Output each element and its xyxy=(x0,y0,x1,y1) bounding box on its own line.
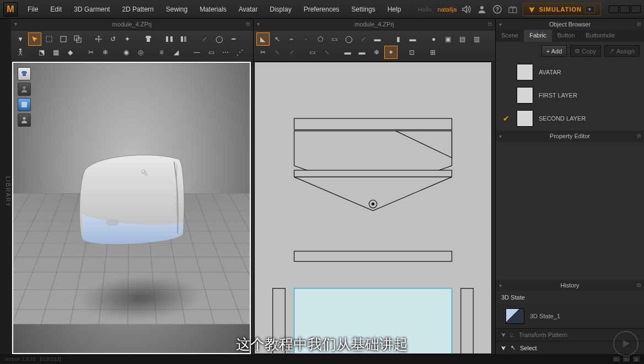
tab-menu-icon[interactable]: ▾ xyxy=(257,21,260,27)
steam-icon[interactable]: ❄ xyxy=(99,46,111,58)
menu-2d-pattern[interactable]: 2D Pattern xyxy=(116,2,159,17)
piping-icon[interactable]: ◢ xyxy=(170,46,182,58)
vp-render-style-icon[interactable] xyxy=(18,98,31,111)
menu-avatar[interactable]: Avatar xyxy=(233,2,263,17)
edit-texture-icon[interactable]: ⬔ xyxy=(35,46,47,58)
fabric-row[interactable]: ✔ SECOND LAYER xyxy=(501,110,638,127)
window-minimize-button[interactable] xyxy=(609,6,619,13)
select-mesh-icon[interactable] xyxy=(43,33,55,45)
panel-popout-icon[interactable]: ⧉ xyxy=(637,21,641,28)
menu-materials[interactable]: Materials xyxy=(194,2,232,17)
help-icon[interactable]: ? xyxy=(492,4,503,15)
tape-icon[interactable]: ━ xyxy=(227,33,239,45)
vp-garment-display-icon[interactable] xyxy=(18,67,31,80)
tab-button[interactable]: Button xyxy=(552,30,581,42)
view-split-button[interactable]: ▥ xyxy=(632,355,641,363)
panel-menu-icon[interactable]: ▾ xyxy=(499,21,502,28)
fabric-swatch[interactable] xyxy=(517,87,533,104)
buttonhole-tool-icon[interactable]: ◎ xyxy=(135,46,147,58)
avatar-walk-icon[interactable] xyxy=(14,46,26,58)
library-sidebar-tab[interactable]: LIBRARY xyxy=(0,19,11,354)
segment-topstitch-icon[interactable]: ⟍ xyxy=(321,46,333,58)
vp-avatar-display-icon[interactable] xyxy=(18,83,31,96)
menu-file[interactable]: File xyxy=(22,2,44,17)
graphic-icon[interactable]: ◆ xyxy=(64,46,76,58)
garment-3d[interactable] xyxy=(74,145,201,267)
edit-segment-icon[interactable]: ✂ xyxy=(85,46,97,58)
user-icon[interactable] xyxy=(476,4,487,15)
view-3d-button[interactable]: 3D xyxy=(622,355,631,363)
notch-icon[interactable]: ▣ xyxy=(442,33,454,45)
menu-help[interactable]: Help xyxy=(382,2,407,17)
window-maximize-button[interactable] xyxy=(620,6,630,13)
tab-fabric[interactable]: Fabric xyxy=(524,30,552,42)
edit-curve-icon[interactable]: ⌁ xyxy=(286,33,298,45)
simulation-dropdown-icon[interactable]: ▾ xyxy=(585,6,595,13)
pin-icon[interactable]: ✦ xyxy=(121,33,133,45)
edit-print-icon[interactable]: ▦ xyxy=(50,46,62,58)
viewport-2d[interactable] xyxy=(254,62,492,354)
tack-icon[interactable]: ⟋ xyxy=(198,33,211,45)
align-icon[interactable]: ⊡ xyxy=(406,46,418,58)
internal-line-icon[interactable]: ⟋ xyxy=(357,33,369,45)
symmetric-icon[interactable]: ▥ xyxy=(471,33,483,45)
sound-icon[interactable] xyxy=(461,4,472,15)
present-icon[interactable] xyxy=(507,4,518,15)
gizmo-rotate-icon[interactable]: ↺ xyxy=(107,33,119,45)
gizmo-move-icon[interactable] xyxy=(93,33,105,45)
tab-buttonhole[interactable]: Buttonhole xyxy=(581,30,621,42)
tuck-icon[interactable]: ▬ xyxy=(356,46,368,58)
arrangement-icon[interactable] xyxy=(163,33,175,45)
dart-icon[interactable]: ▬ xyxy=(372,33,384,45)
history-item[interactable]: 3D State_1 xyxy=(496,304,644,328)
annotation-icon[interactable]: ▤ xyxy=(457,33,469,45)
fabric-check-icon[interactable]: ✔ xyxy=(501,114,511,123)
seam-allowance-icon[interactable]: ● xyxy=(428,33,440,45)
rectangle-icon[interactable]: ▭ xyxy=(329,33,341,45)
panel-menu-icon[interactable]: ▾ xyxy=(499,133,502,139)
tab-popout-icon[interactable]: ⧉ xyxy=(246,21,250,28)
flatten-icon[interactable]: ▭ xyxy=(205,46,217,58)
viewport-2d-tab[interactable]: ▾ module_4.ZPrj ⧉ xyxy=(253,19,496,30)
simulation-button[interactable]: ⮟ SIMULATION ▾ xyxy=(523,3,601,16)
app-logo[interactable]: M xyxy=(3,2,18,17)
button-tool-icon[interactable]: ◉ xyxy=(120,46,132,58)
seam-icon[interactable]: ⋰ xyxy=(234,46,246,58)
view-2d-button[interactable]: 2D xyxy=(612,355,621,363)
menu-preferences[interactable]: Preferences xyxy=(298,2,345,17)
tab-scene[interactable]: Scene xyxy=(496,30,524,42)
ellipse-icon[interactable]: ◯ xyxy=(343,33,355,45)
edit-line-icon[interactable]: — xyxy=(191,46,203,58)
topstitch-icon[interactable]: ⋯ xyxy=(219,46,232,58)
zipper-icon[interactable]: ≡ xyxy=(155,46,168,58)
select-move-icon[interactable] xyxy=(29,33,41,45)
panel-popout-icon[interactable]: ⧉ xyxy=(637,133,641,139)
edit-topstitch-icon[interactable]: ▭ xyxy=(307,46,319,58)
grading-icon[interactable]: ✦ xyxy=(385,46,397,58)
grid-icon[interactable]: ⊞ xyxy=(427,46,439,58)
username-label[interactable]: natalija xyxy=(438,6,457,13)
add-point-icon[interactable]: · xyxy=(300,33,312,45)
viewport-3d-tab[interactable]: ▾ module_4.ZPrj ⧉ xyxy=(11,19,253,30)
tab-popout-icon[interactable]: ⧉ xyxy=(488,21,492,28)
folder-icon[interactable]: ▮ xyxy=(393,33,405,45)
vp-avatar-skin-icon[interactable] xyxy=(18,113,31,127)
garment-icon[interactable] xyxy=(142,33,154,45)
viewport-3d[interactable]: ↖ xyxy=(12,62,251,354)
panel-popout-icon[interactable]: ⧉ xyxy=(637,282,641,289)
transform-pattern-icon[interactable]: ↖ xyxy=(271,33,283,45)
add-fabric-button[interactable]: + Add xyxy=(541,45,567,57)
panel-menu-icon[interactable]: ▾ xyxy=(499,282,502,289)
menu-display[interactable]: Display xyxy=(264,2,297,17)
menu-3d-garment[interactable]: 3D Garment xyxy=(68,2,115,17)
edit-pattern-icon[interactable]: ◣ xyxy=(257,33,269,45)
fabric-row[interactable]: FIRST LAYER xyxy=(501,86,638,104)
menu-edit[interactable]: Edit xyxy=(45,2,67,17)
segment-sewing-icon[interactable]: ⟍ xyxy=(271,46,283,58)
pleat-icon[interactable]: ❄ xyxy=(371,46,383,58)
menu-sewing[interactable]: Sewing xyxy=(160,2,193,17)
attach-icon[interactable]: ◯ xyxy=(213,33,225,45)
fabric-row[interactable]: AVATAR xyxy=(501,63,638,81)
lasso-select-icon[interactable] xyxy=(72,33,84,45)
box-select-icon[interactable] xyxy=(57,33,69,45)
